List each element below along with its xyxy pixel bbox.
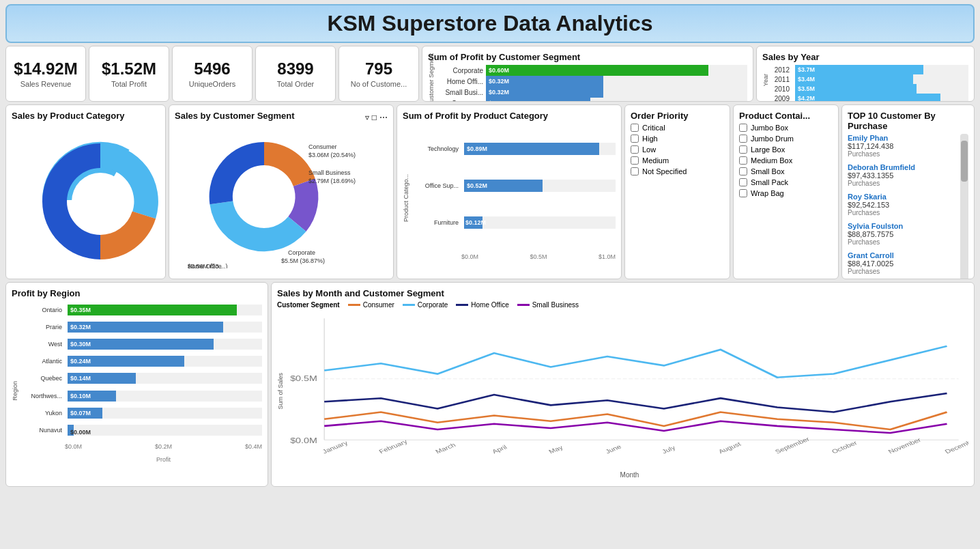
- kpi-customers-value: 795: [365, 59, 392, 79]
- sales-year-2010: 2010 $3.5M: [770, 84, 968, 94]
- svg-point-7: [238, 171, 290, 223]
- customer-amount-0: $117,124.438: [848, 142, 959, 150]
- priority-low[interactable]: Low: [631, 145, 724, 154]
- container-jumbodrum-cb[interactable]: [739, 135, 747, 143]
- filter-icon[interactable]: ▿: [365, 113, 369, 122]
- svg-text:Corporate: Corporate: [288, 249, 315, 256]
- svg-text:April: April: [491, 444, 508, 455]
- expand-icon[interactable]: □: [372, 113, 377, 122]
- customer-label-1: Purchases: [848, 180, 959, 187]
- customer-label-0: Purchases: [848, 150, 959, 158]
- svg-text:$0.5M: $0.5M: [290, 375, 317, 382]
- legend-homeoffice-label: Home Office: [471, 301, 508, 309]
- profit-product-officesup: Office Sup... $0.52M: [412, 180, 616, 192]
- container-medium-box[interactable]: Medium Box: [739, 156, 833, 165]
- region-ontario: Ontario $0.35M: [20, 305, 262, 315]
- svg-point-0: [72, 173, 129, 230]
- customer-label-3: Purchases: [848, 238, 959, 246]
- customer-deborah: Deborah Brumfield $97,433.1355 Purchases: [848, 163, 959, 187]
- priority-critical[interactable]: Critical: [631, 124, 724, 132]
- priority-high[interactable]: High: [631, 135, 724, 143]
- segment-donut-svg: Consumer $3.06M (20.54%) Small Business …: [182, 128, 380, 268]
- container-jumbo-drum[interactable]: Jumbo Drum: [739, 135, 833, 143]
- container-smallpack-cb[interactable]: [739, 178, 747, 186]
- profit-region-y-label: Region: [12, 381, 18, 401]
- legend-consumer-label: Consumer: [363, 301, 394, 309]
- container-medbox-cb[interactable]: [739, 156, 747, 165]
- profit-seg-bar-consumer: Consumer $0.29M: [439, 98, 747, 102]
- customer-name-0: Emily Phan: [848, 134, 959, 142]
- kpi-total-profit: $1.52M Total Profit: [89, 46, 169, 102]
- container-wrapbag-label: Wrap Bag: [751, 189, 784, 197]
- container-jumbodrum-label: Jumbo Drum: [751, 135, 794, 143]
- profit-seg-bar-corporate: Corporate $0.60M: [439, 65, 747, 76]
- svg-text:$0.0M: $0.0M: [290, 437, 317, 445]
- kpi-total-order-label: Total Order: [277, 80, 314, 88]
- profit-by-product-card: Sum of Profit by Product Category Produc…: [397, 104, 622, 279]
- profit-region-title: Profit by Region: [12, 288, 262, 298]
- customer-label-4: Purchases: [848, 268, 959, 275]
- legend-corporate: Corporate: [403, 301, 448, 309]
- svg-text:Consumer: Consumer: [308, 143, 337, 150]
- container-jumbo-box[interactable]: Jumbo Box: [739, 124, 833, 132]
- customer-amount-4: $88,417.0025: [848, 259, 959, 268]
- svg-text:January: January: [321, 440, 349, 455]
- sales-segment-title: Sales by Customer Segment: [175, 111, 295, 121]
- dashboard-header: KSM Superstore Data Analytics: [5, 4, 975, 43]
- priority-critical-label: Critical: [642, 124, 665, 132]
- container-small-pack[interactable]: Small Pack: [739, 178, 833, 186]
- priority-notspec-checkbox[interactable]: [631, 167, 639, 175]
- priority-notspec-label: Not Specified: [642, 167, 687, 175]
- region-northwest: Northwes... $0.10M: [20, 391, 262, 402]
- priority-medium-checkbox[interactable]: [631, 156, 639, 165]
- customer-label-2: Purchases: [848, 209, 959, 216]
- kpi-total-order-value: 8399: [277, 59, 313, 79]
- priority-critical-checkbox[interactable]: [631, 124, 639, 132]
- customer-amount-1: $97,433.1355: [848, 171, 959, 180]
- profit-by-segment-card: Sum of Profit by Customer Segment Custom…: [422, 46, 753, 102]
- container-large-box[interactable]: Large Box: [739, 145, 833, 154]
- sales-year-2011: 2011 $3.4M: [770, 74, 968, 84]
- top10-card: TOP 10 Customer By Purchase Emily Phan $…: [841, 104, 975, 279]
- sales-by-segment-card: Sales by Customer Segment ▿ □ ⋯: [169, 104, 394, 279]
- profit-by-region-card: Profit by Region Region Ontario $0.35M: [5, 282, 268, 487]
- svg-text:February: February: [377, 438, 409, 455]
- priority-medium[interactable]: Medium: [631, 156, 724, 165]
- kpi-sales-label: Sales Revenue: [20, 80, 72, 88]
- region-atlantic: Atlantic $0.24M: [20, 356, 262, 367]
- container-small-box[interactable]: Small Box: [739, 167, 833, 175]
- profit-segment-title: Sum of Profit by Customer Segment: [428, 52, 747, 62]
- profit-product-title: Sum of Profit by Product Category: [403, 111, 616, 121]
- order-priority-card: Order Priority Critical High Low Medium: [624, 104, 730, 279]
- container-wrap-bag[interactable]: Wrap Bag: [739, 189, 833, 197]
- container-smallbox-label: Small Box: [751, 167, 785, 175]
- region-nunavut: Nunavut $0.00M: [20, 425, 262, 436]
- svg-text:$3.06M (20.54%): $3.06M (20.54%): [308, 152, 356, 158]
- svg-text:Small Business: Small Business: [308, 169, 351, 176]
- sales-year-2012: 2012 $3.7M: [770, 65, 968, 74]
- legend-corporate-label: Corporate: [418, 301, 448, 309]
- container-smallbox-cb[interactable]: [739, 167, 747, 175]
- svg-text:November: November: [887, 436, 923, 455]
- profit-seg-bar-homeoffice: Home Offi... $0.32M: [439, 76, 747, 87]
- profit-product-furniture: Furniture $0.12M: [412, 216, 616, 229]
- svg-text:August: August: [717, 440, 743, 455]
- priority-high-checkbox[interactable]: [631, 135, 639, 143]
- region-quebec: Quebec $0.14M: [20, 373, 262, 384]
- kpi-sales-revenue: $14.92M Sales Revenue: [5, 46, 86, 102]
- more-icon[interactable]: ⋯: [379, 113, 388, 122]
- svg-text:September: September: [774, 436, 811, 455]
- svg-text:$2.79M (18.69%): $2.79M (18.69%): [308, 178, 356, 184]
- legend-homeoffice: Home Office: [456, 301, 508, 309]
- top10-scrollbar[interactable]: [960, 134, 968, 279]
- priority-low-checkbox[interactable]: [631, 145, 639, 154]
- container-largebox-cb[interactable]: [739, 145, 747, 154]
- container-wrapbag-cb[interactable]: [739, 189, 747, 197]
- sales-category-title: Sales by Product Category: [12, 111, 160, 121]
- container-jumbobox-cb[interactable]: [739, 124, 747, 132]
- kpi-sales-value: $14.92M: [14, 59, 77, 79]
- priority-not-specified[interactable]: Not Specified: [631, 167, 724, 175]
- customer-amount-2: $92,542.153: [848, 201, 959, 209]
- container-medbox-label: Medium Box: [751, 156, 792, 165]
- customer-grant: Grant Carroll $88,417.0025 Purchases: [848, 251, 959, 275]
